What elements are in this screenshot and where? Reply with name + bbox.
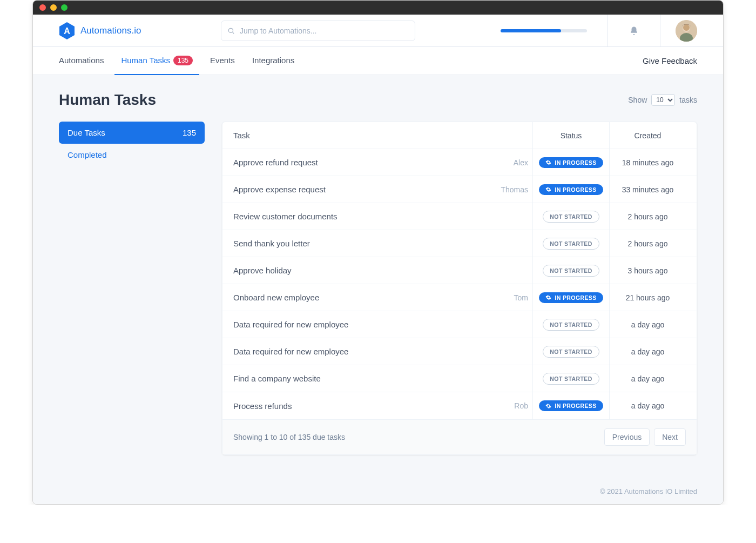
window-maximize-button[interactable] — [61, 4, 68, 11]
table-row[interactable]: Onboard new employeeTomIN PROGRESS21 hou… — [222, 284, 697, 311]
task-cell: Find a company website — [233, 374, 532, 383]
table-footer: Showing 1 to 10 of 135 due tasks Previou… — [222, 419, 697, 454]
search-wrap — [221, 21, 415, 41]
gear-icon — [545, 403, 551, 409]
status-badge: IN PROGRESS — [539, 184, 603, 195]
notifications-button[interactable] — [623, 26, 645, 36]
status-label: IN PROGRESS — [555, 159, 596, 166]
show-label-suffix: tasks — [679, 96, 697, 104]
sidebar-item-due-tasks[interactable]: Due Tasks135 — [59, 122, 205, 144]
task-name: Data required for new employee — [233, 347, 348, 356]
status-badge: NOT STARTED — [543, 319, 599, 331]
sidebar-item-completed[interactable]: Completed — [59, 144, 205, 166]
sidebar: Due Tasks135Completed — [59, 122, 205, 166]
status-cell: IN PROGRESS — [532, 149, 609, 176]
task-cell: Review customer documents — [233, 212, 532, 221]
table-row[interactable]: Find a company websiteNOT STARTEDa day a… — [222, 365, 697, 392]
svg-point-7 — [683, 24, 690, 31]
header-status: Status — [532, 122, 609, 149]
nav-item-integrations[interactable]: Integrations — [246, 47, 301, 75]
nav-badge: 135 — [173, 56, 193, 65]
task-name: Find a company website — [233, 374, 321, 383]
table-row[interactable]: Approve refund requestAlexIN PROGRESS18 … — [222, 149, 697, 176]
nav-item-label: Human Tasks — [121, 56, 170, 65]
window-minimize-button[interactable] — [50, 4, 57, 11]
show-label-prefix: Show — [628, 96, 647, 104]
nav-item-automations[interactable]: Automations — [59, 47, 110, 75]
table-row[interactable]: Approve expense requestThomasIN PROGRESS… — [222, 176, 697, 203]
next-button[interactable]: Next — [654, 428, 686, 446]
progress-fill — [501, 29, 561, 32]
task-assignee: Thomas — [501, 185, 532, 194]
task-assignee: Tom — [514, 293, 532, 302]
table-row[interactable]: Data required for new employeeNOT STARTE… — [222, 311, 697, 338]
svg-point-2 — [228, 28, 233, 32]
created-cell: 3 hours ago — [609, 257, 686, 284]
bell-icon — [629, 26, 639, 36]
status-label: NOT STARTED — [550, 213, 592, 220]
created-cell: 2 hours ago — [609, 230, 686, 257]
table-row[interactable]: Send thank you letterNOT STARTED2 hours … — [222, 230, 697, 257]
navbar: AutomationsHuman Tasks135EventsIntegrati… — [33, 47, 723, 75]
copyright: © 2021 Automations IO Limited — [600, 487, 697, 495]
created-cell: 21 hours ago — [609, 284, 686, 311]
task-assignee: Rob — [514, 401, 532, 410]
status-badge: NOT STARTED — [543, 211, 599, 223]
status-label: IN PROGRESS — [555, 186, 596, 193]
task-cell: Approve expense requestThomas — [233, 185, 532, 194]
brand-logo-icon: A — [59, 22, 75, 40]
status-cell: NOT STARTED — [532, 338, 609, 365]
task-cell: Onboard new employeeTom — [233, 293, 532, 302]
show-count-control: Show 10 tasks — [628, 94, 697, 106]
created-cell: 18 minutes ago — [609, 149, 686, 176]
status-cell: NOT STARTED — [532, 257, 609, 284]
task-name: Review customer documents — [233, 212, 338, 221]
tasks-panel: Task Status Created Approve refund reque… — [222, 122, 697, 455]
status-badge: IN PROGRESS — [539, 292, 603, 303]
task-name: Data required for new employee — [233, 320, 348, 329]
sidebar-item-label: Completed — [68, 150, 107, 159]
nav-item-label: Events — [210, 56, 235, 65]
nav-item-label: Integrations — [252, 56, 294, 65]
window-close-button[interactable] — [39, 4, 46, 11]
status-badge: NOT STARTED — [543, 346, 599, 358]
search-input[interactable] — [221, 21, 415, 41]
created-cell: a day ago — [609, 365, 686, 392]
brand[interactable]: A Automations.io — [59, 22, 210, 40]
nav-item-events[interactable]: Events — [204, 47, 241, 75]
user-avatar[interactable] — [676, 20, 697, 42]
table-row[interactable]: Review customer documentsNOT STARTED2 ho… — [222, 203, 697, 230]
status-label: NOT STARTED — [550, 321, 592, 328]
task-name: Send thank you letter — [233, 239, 310, 248]
header-created: Created — [609, 122, 686, 149]
status-badge: NOT STARTED — [543, 265, 599, 277]
task-name: Approve holiday — [233, 266, 292, 275]
table-row[interactable]: Approve holidayNOT STARTED3 hours ago — [222, 257, 697, 284]
status-label: IN PROGRESS — [555, 403, 596, 409]
page-title: Human Tasks — [59, 91, 156, 109]
status-cell: IN PROGRESS — [532, 284, 609, 311]
prev-button[interactable]: Previous — [604, 428, 650, 446]
table-row[interactable]: Process refundsRobIN PROGRESSa day ago — [222, 392, 697, 419]
topbar: A Automations.io — [33, 15, 723, 47]
show-count-select[interactable]: 10 — [651, 94, 675, 106]
status-cell: NOT STARTED — [532, 203, 609, 230]
task-name: Approve expense request — [233, 185, 326, 194]
gear-icon — [545, 186, 551, 192]
gear-icon — [545, 159, 551, 165]
created-cell: a day ago — [609, 392, 686, 419]
sidebar-item-label: Due Tasks — [68, 128, 105, 137]
header-task: Task — [233, 131, 532, 140]
status-cell: IN PROGRESS — [532, 176, 609, 203]
nav-item-human-tasks[interactable]: Human Tasks135 — [114, 47, 199, 75]
table-row[interactable]: Data required for new employeeNOT STARTE… — [222, 338, 697, 365]
status-cell: NOT STARTED — [532, 365, 609, 392]
status-badge: NOT STARTED — [543, 238, 599, 250]
give-feedback-link[interactable]: Give Feedback — [643, 56, 697, 65]
status-cell: IN PROGRESS — [532, 392, 609, 419]
nav-item-label: Automations — [59, 56, 104, 65]
created-cell: a day ago — [609, 338, 686, 365]
task-cell: Send thank you letter — [233, 239, 532, 248]
status-label: NOT STARTED — [550, 348, 592, 355]
status-badge: NOT STARTED — [543, 373, 599, 385]
